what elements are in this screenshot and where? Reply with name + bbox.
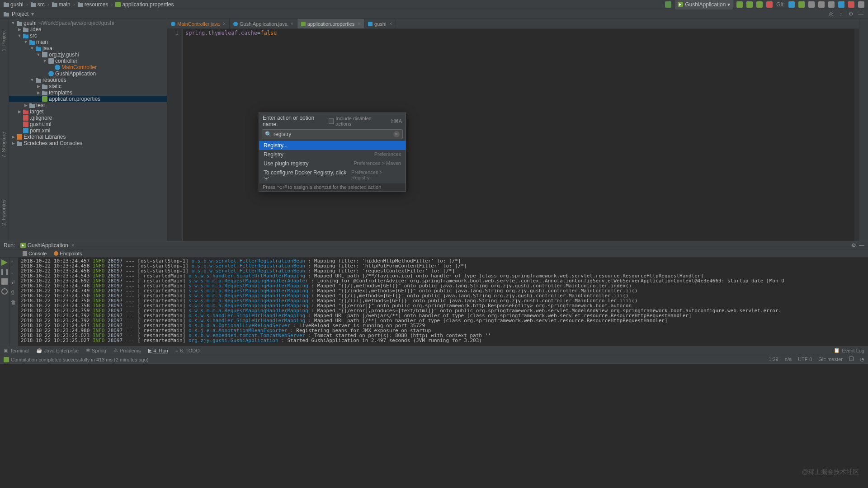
editor-tab[interactable]: gushi× xyxy=(364,19,396,28)
clear-icon[interactable]: 🗑 xyxy=(11,299,17,305)
tree-row[interactable]: ▶test xyxy=(9,102,167,108)
find-action-result-item[interactable]: Registry... xyxy=(259,141,406,150)
run-icon[interactable] xyxy=(736,1,743,8)
translate-icon[interactable] xyxy=(838,1,844,8)
tree-row[interactable]: MainController xyxy=(9,64,167,70)
close-icon[interactable]: × xyxy=(389,21,392,26)
spring-tab[interactable]: ❀ Spring xyxy=(86,347,106,353)
favorites-tool-tab[interactable]: 2: Favorites xyxy=(1,200,6,225)
settings-icon[interactable] xyxy=(828,1,835,8)
tree-row[interactable]: ▼resources xyxy=(9,77,167,83)
locate-icon[interactable]: ◎ xyxy=(827,10,835,18)
revert-icon[interactable] xyxy=(818,1,825,8)
down-icon[interactable]: ↓ xyxy=(11,269,17,276)
close-icon[interactable]: × xyxy=(358,21,360,26)
build-status-icon xyxy=(4,357,9,362)
debug-icon[interactable] xyxy=(746,1,753,8)
tree-row[interactable]: pom.xml xyxy=(9,127,167,134)
editor-tab[interactable]: GushiApplication.java× xyxy=(230,19,297,28)
vcs-update-icon[interactable] xyxy=(788,1,795,8)
event-log-tab[interactable]: 📋 Event Log xyxy=(834,347,864,353)
endpoints-tab[interactable]: Endpoints xyxy=(50,249,85,257)
javaee-tab[interactable]: ☕ Java Enterprise xyxy=(36,347,79,353)
breadcrumb-item[interactable]: gushi xyxy=(4,0,24,9)
hide-icon[interactable]: — xyxy=(859,242,864,249)
vcs-commit-icon[interactable] xyxy=(798,1,805,8)
breadcrumb-item[interactable]: resources xyxy=(78,0,108,9)
yt-icon[interactable] xyxy=(848,1,854,8)
editor-tabs: MainController.java×GushiApplication.jav… xyxy=(167,19,859,29)
tree-row[interactable]: ▼controller xyxy=(9,58,167,64)
inspection-icon[interactable]: ◔ xyxy=(860,357,864,362)
hide-icon[interactable]: — xyxy=(857,10,864,18)
print-icon[interactable]: ⎙ xyxy=(11,289,17,296)
close-run-tab[interactable]: × xyxy=(71,242,75,249)
find-action-result-item[interactable]: RegistryPreferences xyxy=(259,150,406,159)
editor-tab[interactable]: MainController.java× xyxy=(167,19,230,28)
tree-row[interactable]: ▼java xyxy=(9,45,167,52)
gear-icon[interactable]: ⚙ xyxy=(847,10,854,18)
history-icon[interactable] xyxy=(808,1,815,8)
pause-icon[interactable] xyxy=(1,269,8,275)
caret-position[interactable]: 1:29 xyxy=(769,357,778,362)
tree-row[interactable]: application.properties xyxy=(9,96,167,102)
close-icon[interactable]: × xyxy=(223,21,226,26)
tree-row[interactable]: ▼src xyxy=(9,33,167,39)
breadcrumb-item[interactable]: main xyxy=(52,0,71,9)
expand-icon[interactable]: ↕ xyxy=(837,10,844,18)
tree-row[interactable]: ▶Scratches and Consoles xyxy=(9,140,167,146)
project-view-dropdown[interactable]: Project xyxy=(12,11,28,17)
tree-row[interactable]: ▶External Libraries xyxy=(9,134,167,140)
find-action-result-item[interactable]: To configure Docker Registry, click '+'P… xyxy=(259,168,406,183)
line-separator[interactable]: n/a xyxy=(785,357,792,362)
structure-tool-tab[interactable]: 7: Structure xyxy=(1,132,6,158)
find-action-result-item[interactable]: Use plugin registryPreferences > Maven xyxy=(259,159,406,168)
lock-icon[interactable] xyxy=(849,357,854,361)
gear-icon[interactable]: ⚙ xyxy=(851,242,856,249)
project-tree[interactable]: ▼gushi ~/WorkSpace/java/project/gushi▶.i… xyxy=(9,19,167,241)
tree-row[interactable]: ▼org.zjy.gushi xyxy=(9,52,167,58)
find-action-input[interactable] xyxy=(274,131,400,137)
clear-icon[interactable]: ✕ xyxy=(393,131,400,137)
console-side-toolbar: ↑ ↓ ↲ ⎙ 🗑 xyxy=(9,258,18,346)
encoding[interactable]: UTF-8 xyxy=(798,357,812,362)
tree-row[interactable]: gushi.iml xyxy=(9,121,167,127)
run-tab[interactable]: ▶ 4: Run xyxy=(148,347,168,353)
project-tree-panel: ▼gushi ~/WorkSpace/java/project/gushi▶.i… xyxy=(9,19,167,241)
stop-icon[interactable] xyxy=(766,1,773,8)
editor-tab[interactable]: application.properties× xyxy=(297,19,364,28)
tree-row[interactable]: ▼gushi ~/WorkSpace/java/project/gushi xyxy=(9,20,167,26)
status-message: Compilation completed successfully in 41… xyxy=(11,357,148,362)
git-branch[interactable]: Git: master xyxy=(818,357,843,362)
todo-tab[interactable]: ≡ 6: TODO xyxy=(175,348,200,353)
tree-row[interactable]: ▶target xyxy=(9,108,167,115)
stop-icon[interactable] xyxy=(1,278,8,285)
up-icon[interactable]: ↑ xyxy=(11,259,17,266)
tree-row[interactable]: .gitignore xyxy=(9,115,167,121)
restart-icon[interactable] xyxy=(1,288,8,295)
tree-row[interactable]: ▶static xyxy=(9,83,167,89)
tree-row[interactable]: ▼main xyxy=(9,39,167,45)
close-icon[interactable]: × xyxy=(291,21,293,26)
wrap-icon[interactable]: ↲ xyxy=(11,279,17,286)
breadcrumb-item[interactable]: application.properties xyxy=(115,0,174,9)
tree-row[interactable]: ▶templates xyxy=(9,89,167,96)
console-output[interactable]: 2018-10-22 10:23:24.457 INFO 28097 --- [… xyxy=(18,258,868,346)
tree-row[interactable]: GushiApplication xyxy=(9,70,167,77)
tree-row[interactable]: ▶.idea xyxy=(9,26,167,33)
project-tool-tab[interactable]: 1: Project xyxy=(1,30,6,51)
spring-run-icon xyxy=(678,2,683,7)
include-disabled-checkbox[interactable] xyxy=(329,118,334,124)
coverage-icon[interactable] xyxy=(756,1,763,8)
rerun-icon[interactable] xyxy=(1,259,8,266)
hammer-icon[interactable] xyxy=(665,1,671,8)
run-config-selector[interactable]: GushiApplication ▾ xyxy=(675,0,733,9)
console-tab[interactable]: Console xyxy=(19,249,50,257)
terminal-tab[interactable]: ▣ Terminal xyxy=(4,347,29,353)
breadcrumb-item[interactable]: src xyxy=(31,0,45,9)
problems-tab[interactable]: ⚠ Problems xyxy=(113,347,141,353)
breadcrumb: gushi› src› main› resources› application… xyxy=(0,0,868,9)
search-icon[interactable] xyxy=(858,1,864,8)
editor-right-gutter xyxy=(854,29,859,241)
find-action-results: Registry...RegistryPreferencesUse plugin… xyxy=(259,141,406,183)
